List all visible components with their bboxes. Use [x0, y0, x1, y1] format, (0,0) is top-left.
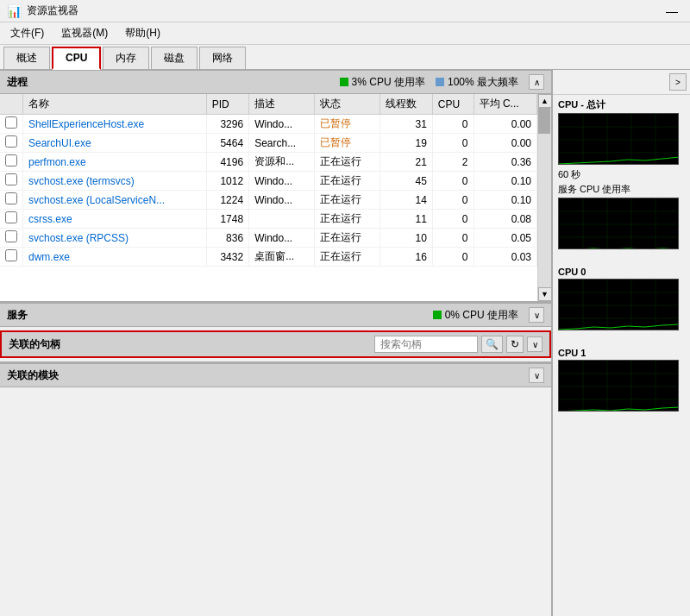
table-row[interactable]: dwm.exe 3432 桌面窗... 正在运行 16 0 0.03: [0, 248, 537, 267]
row-checkbox-cell[interactable]: [0, 210, 23, 229]
cpu-usage-text: 3% CPU 使用率: [352, 75, 425, 90]
menu-help[interactable]: 帮助(H): [122, 24, 164, 42]
handles-title: 关联的句柄: [9, 337, 60, 352]
handles-search-input[interactable]: [374, 336, 478, 353]
handles-search-button[interactable]: 🔍: [481, 336, 503, 353]
cpu1-graph-svg: [559, 361, 678, 411]
row-checkbox[interactable]: [5, 211, 17, 223]
row-checkbox[interactable]: [5, 154, 17, 167]
row-state: 正在运行: [315, 153, 380, 172]
table-row[interactable]: ShellExperienceHost.exe 3296 Windo... 已暂…: [0, 115, 537, 134]
services-stats: 0% CPU 使用率 ∨: [433, 307, 544, 323]
table-row[interactable]: svchost.exe (LocalServiceN... 1224 Windo…: [0, 191, 537, 210]
row-pid: 5464: [206, 134, 248, 153]
tab-cpu[interactable]: CPU: [52, 47, 101, 70]
services-cpu-indicator: 0% CPU 使用率: [433, 308, 518, 323]
row-threads: 45: [380, 172, 432, 191]
row-checkbox-cell[interactable]: [0, 115, 23, 134]
cpu-total-graph: [558, 113, 679, 165]
right-panel: > CPU - 总计 60 秒 服务 CPU 使用率: [552, 70, 690, 616]
tab-overview[interactable]: 概述: [3, 47, 50, 69]
col-state[interactable]: 状态: [315, 94, 380, 115]
menu-bar: 文件(F) 监视器(M) 帮助(H): [0, 22, 690, 45]
row-name: svchost.exe (termsvcs): [23, 172, 207, 191]
process-scrollbar[interactable]: ▲ ▼: [537, 94, 551, 301]
row-avgcpu: 0.05: [474, 229, 536, 248]
services-collapse-button[interactable]: ∨: [529, 307, 544, 323]
table-row[interactable]: csrss.exe 1748 正在运行 11 0 0.08: [0, 210, 537, 229]
row-cpu: 0: [432, 134, 474, 153]
tab-memory[interactable]: 内存: [103, 47, 149, 69]
left-panel: 进程 3% CPU 使用率 100% 最大频率 ∧: [0, 70, 552, 616]
handles-refresh-button[interactable]: ↻: [506, 336, 524, 353]
row-checkbox[interactable]: [5, 116, 17, 129]
row-checkbox[interactable]: [5, 173, 17, 185]
row-pid: 3432: [206, 248, 248, 267]
row-name: dwm.exe: [23, 248, 207, 267]
row-pid: 3296: [206, 115, 248, 134]
cpu1-title: CPU 1: [558, 348, 685, 358]
close-button[interactable]: —: [661, 4, 683, 18]
green-indicator: [340, 78, 348, 86]
modules-section: 关联的模块 ∨: [0, 361, 551, 387]
table-row[interactable]: SearchUI.exe 5464 Search... 已暂停 19 0 0.0…: [0, 134, 537, 153]
handles-collapse-button[interactable]: ∨: [527, 336, 543, 352]
menu-file[interactable]: 文件(F): [7, 24, 47, 42]
blue-indicator: [436, 78, 444, 86]
main-layout: 进程 3% CPU 使用率 100% 最大频率 ∧: [0, 70, 690, 616]
row-checkbox-cell[interactable]: [0, 134, 23, 153]
tab-network[interactable]: 网络: [199, 47, 246, 69]
row-cpu: 0: [432, 191, 474, 210]
row-checkbox-cell[interactable]: [0, 191, 23, 210]
row-checkbox-cell[interactable]: [0, 229, 23, 248]
panel-toggle-button[interactable]: >: [669, 73, 687, 91]
table-row[interactable]: svchost.exe (termsvcs) 1012 Windo... 正在运…: [0, 172, 537, 191]
scroll-track[interactable]: [538, 108, 551, 287]
row-checkbox-cell[interactable]: [0, 153, 23, 172]
scroll-thumb[interactable]: [538, 108, 550, 134]
col-cpu[interactable]: CPU: [432, 94, 474, 115]
row-avgcpu: 0.00: [474, 115, 536, 134]
col-pid[interactable]: PID: [206, 94, 248, 115]
scroll-up-arrow[interactable]: ▲: [538, 94, 552, 108]
cpu-total-section: CPU - 总计 60 秒 服务 CPU 使用率: [553, 95, 690, 256]
row-name: ShellExperienceHost.exe: [23, 115, 207, 134]
row-threads: 11: [380, 210, 432, 229]
row-checkbox-cell[interactable]: [0, 248, 23, 267]
row-state: 正在运行: [315, 210, 380, 229]
col-desc[interactable]: 描述: [249, 94, 315, 115]
tab-disk[interactable]: 磁盘: [151, 47, 198, 69]
row-name: svchost.exe (RPCSS): [23, 229, 207, 248]
cpu-service-label: 服务 CPU 使用率: [558, 183, 685, 196]
col-name[interactable]: 名称: [23, 94, 207, 115]
row-checkbox[interactable]: [5, 230, 17, 242]
modules-collapse-button[interactable]: ∨: [529, 368, 544, 383]
row-cpu: 2: [432, 153, 474, 172]
table-row[interactable]: perfmon.exe 4196 资源和... 正在运行 21 2 0.36: [0, 153, 537, 172]
services-cpu-text: 0% CPU 使用率: [445, 308, 518, 323]
scroll-down-arrow[interactable]: ▼: [538, 287, 552, 301]
row-checkbox[interactable]: [5, 192, 17, 204]
max-freq-indicator: 100% 最大频率: [436, 75, 518, 90]
row-name: SearchUI.exe: [23, 134, 207, 153]
cpu1-graph: [558, 360, 679, 412]
process-collapse-button[interactable]: ∧: [529, 74, 544, 90]
row-threads: 10: [380, 229, 432, 248]
col-threads[interactable]: 线程数: [380, 94, 432, 115]
row-threads: 14: [380, 191, 432, 210]
row-desc: 桌面窗...: [249, 248, 315, 267]
menu-monitor[interactable]: 监视器(M): [58, 24, 111, 42]
row-checkbox-cell[interactable]: [0, 172, 23, 191]
row-checkbox[interactable]: [5, 249, 17, 261]
services-section: 服务 0% CPU 使用率 ∨: [0, 301, 551, 327]
table-row[interactable]: svchost.exe (RPCSS) 836 Windo... 正在运行 10…: [0, 229, 537, 248]
row-threads: 21: [380, 153, 432, 172]
services-title: 服务: [7, 308, 28, 323]
col-avgcpu[interactable]: 平均 C...: [474, 94, 536, 115]
row-state: 正在运行: [315, 229, 380, 248]
cpu-usage-indicator: 3% CPU 使用率: [340, 75, 425, 90]
row-state: 已暂停: [315, 115, 380, 134]
row-name: perfmon.exe: [23, 153, 207, 172]
row-checkbox[interactable]: [5, 135, 17, 148]
process-section-header: 进程 3% CPU 使用率 100% 最大频率 ∧: [0, 70, 551, 94]
